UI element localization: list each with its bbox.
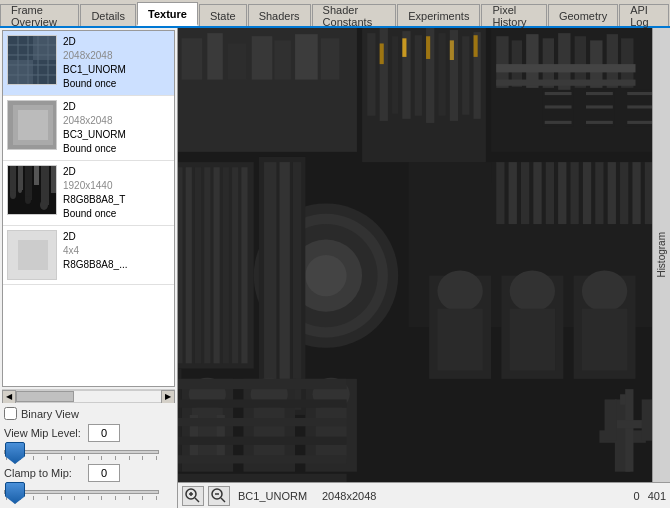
svg-rect-26 (18, 240, 48, 270)
binary-view-checkbox[interactable] (4, 407, 17, 420)
svg-rect-1 (8, 35, 33, 60)
tick (156, 456, 157, 460)
tab-experiments[interactable]: Experiments (397, 4, 480, 26)
tab-geometry[interactable]: Geometry (548, 4, 618, 26)
texture-bound: Bound once (63, 77, 126, 91)
texture-format: BC1_UNORM (63, 63, 126, 77)
scroll-right-button[interactable]: ▶ (161, 390, 175, 404)
list-item[interactable]: 2D 1920x1440 R8G8B8A8_T Bound once (3, 161, 174, 226)
svg-rect-102 (254, 408, 285, 460)
texture-info: 2D 4x4 R8G8B8A8_... (63, 230, 127, 272)
tick (33, 456, 34, 460)
clamp-mip-slider-track[interactable] (4, 490, 159, 494)
svg-rect-111 (510, 309, 555, 371)
tab-details[interactable]: Details (80, 4, 136, 26)
view-mip-value: 0 (88, 424, 120, 442)
main-content: 2D 2048x2048 BC1_UNORM Bound once 2D (0, 28, 670, 508)
svg-point-23 (25, 196, 31, 204)
svg-rect-41 (415, 35, 422, 115)
svg-rect-120 (178, 399, 347, 407)
tick (142, 496, 143, 500)
texture-info: 2D 1920x1440 R8G8B8A8_T Bound once (63, 165, 125, 221)
list-item[interactable]: 2D 2048x2048 BC3_UNORM Bound once (3, 96, 174, 161)
scroll-thumb[interactable] (16, 391, 74, 402)
svg-rect-139 (608, 162, 616, 224)
svg-rect-105 (316, 408, 347, 460)
texture-type: 2D (63, 100, 126, 114)
scroll-track[interactable] (16, 390, 161, 403)
view-mip-row: View Mip Level: 0 (4, 424, 173, 442)
tab-shaders[interactable]: Shaders (248, 4, 311, 26)
texture-format: R8G8B8A8_... (63, 258, 127, 272)
horizontal-scrollbar[interactable]: ◀ ▶ (2, 389, 175, 403)
svg-rect-18 (34, 165, 39, 185)
texture-dimensions: 1920x1440 (63, 179, 125, 193)
tab-pixel-history[interactable]: Pixel History (481, 4, 546, 26)
svg-point-80 (305, 255, 346, 296)
tab-state[interactable]: State (199, 4, 247, 26)
svg-rect-31 (228, 43, 247, 79)
texture-type: 2D (63, 35, 126, 49)
tick (47, 456, 48, 460)
texture-type: 2D (63, 230, 127, 244)
svg-rect-17 (25, 165, 32, 200)
tab-bar: Frame Overview Details Texture State Sha… (0, 0, 670, 28)
svg-rect-15 (10, 165, 16, 195)
texture-preview: Histogram (178, 28, 670, 482)
texture-dimensions: 2048x2048 (63, 49, 126, 63)
svg-rect-2 (33, 60, 56, 85)
tick (142, 456, 143, 460)
view-mip-label: View Mip Level: (4, 427, 84, 439)
svg-rect-67 (545, 121, 572, 124)
svg-rect-130 (496, 162, 504, 224)
texture-format: R8G8B8A8_T (63, 193, 125, 207)
svg-rect-88 (232, 167, 238, 363)
texture-thumbnail (7, 100, 57, 150)
svg-rect-32 (252, 36, 273, 79)
tick (61, 456, 62, 460)
svg-rect-39 (392, 36, 398, 113)
svg-rect-92 (280, 162, 290, 410)
tick (47, 496, 48, 500)
svg-rect-70 (586, 105, 613, 108)
tab-shader-constants[interactable]: Shader Constants (312, 4, 397, 26)
scroll-left-button[interactable]: ◀ (2, 390, 16, 404)
tab-api-log[interactable]: API Log (619, 4, 669, 26)
svg-rect-91 (264, 162, 276, 410)
svg-rect-133 (533, 162, 541, 224)
clamp-mip-label: Clamp to Mip: (4, 467, 84, 479)
tab-frame-overview[interactable]: Frame Overview (0, 4, 79, 26)
svg-rect-69 (586, 92, 613, 95)
svg-rect-34 (295, 34, 318, 79)
zoom-in-button[interactable] (182, 486, 204, 506)
list-item[interactable]: 2D 4x4 R8G8B8A8_... (3, 226, 174, 285)
svg-rect-131 (509, 162, 517, 224)
svg-rect-141 (632, 162, 640, 224)
svg-rect-48 (402, 38, 406, 57)
tab-texture[interactable]: Texture (137, 2, 198, 26)
texture-list[interactable]: 2D 2048x2048 BC1_UNORM Bound once 2D (2, 30, 175, 387)
zoom-out-icon (211, 488, 227, 504)
texture-thumbnail (7, 230, 57, 280)
mip-level-slider-track[interactable] (4, 450, 159, 454)
zoom-out-button[interactable] (208, 486, 230, 506)
binary-view-label[interactable]: Binary View (21, 408, 79, 420)
histogram-tab[interactable]: Histogram (652, 28, 670, 482)
svg-rect-19 (41, 165, 49, 205)
svg-rect-93 (293, 162, 301, 410)
svg-rect-123 (178, 455, 347, 463)
mip-level-slider-ticks (4, 456, 159, 462)
svg-rect-66 (545, 105, 572, 108)
svg-rect-89 (241, 167, 247, 363)
tick (101, 496, 102, 500)
tick (115, 496, 116, 500)
list-item[interactable]: 2D 2048x2048 BC1_UNORM Bound once (3, 31, 174, 96)
clamp-mip-slider-ticks (4, 496, 159, 502)
svg-rect-126 (613, 420, 646, 428)
svg-rect-37 (367, 33, 375, 116)
right-panel: Histogram BC1_UNORM 2048 (178, 28, 670, 508)
tick (88, 456, 89, 460)
svg-rect-51 (474, 35, 478, 57)
svg-rect-129 (491, 162, 670, 183)
svg-rect-119 (178, 379, 347, 389)
